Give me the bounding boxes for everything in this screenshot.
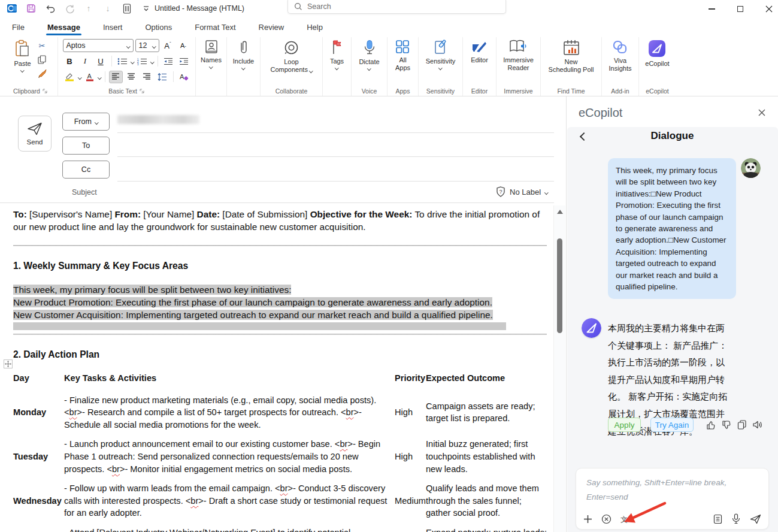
svg-text:A: A bbox=[87, 72, 92, 80]
cc-input[interactable] bbox=[117, 159, 554, 181]
read-aloud-icon[interactable] bbox=[752, 420, 762, 430]
align-right-button[interactable] bbox=[140, 71, 154, 83]
redo-icon[interactable] bbox=[63, 2, 75, 14]
bold-button[interactable]: B bbox=[63, 55, 77, 68]
line-spacing-button[interactable] bbox=[156, 71, 169, 83]
italic-button[interactable]: I bbox=[78, 55, 92, 68]
bullet-list-dropdown-icon[interactable] bbox=[131, 60, 134, 64]
bullet-list-button[interactable] bbox=[116, 55, 129, 68]
send-button[interactable]: Send bbox=[18, 116, 52, 152]
immersive-reader-button[interactable]: Immersive Reader bbox=[501, 38, 535, 73]
table-move-handle-icon[interactable] bbox=[4, 359, 13, 368]
add-attachment-icon[interactable] bbox=[583, 515, 592, 524]
clear-formatting-button[interactable]: A bbox=[177, 71, 191, 83]
ecopilot-panel: eCopilot Dialogue This week, my primary … bbox=[567, 96, 778, 532]
move-up-icon[interactable]: ↑ bbox=[83, 2, 95, 14]
font-size-select[interactable]: 12 bbox=[135, 39, 159, 52]
close-panel-icon[interactable] bbox=[758, 108, 768, 119]
paste-dropdown-icon[interactable] bbox=[20, 68, 24, 72]
highlight-dropdown-icon[interactable] bbox=[78, 75, 81, 79]
send-message-icon[interactable] bbox=[750, 514, 761, 524]
apply-button[interactable]: Apply bbox=[608, 418, 641, 432]
sensitivity-dropdown-icon[interactable] bbox=[438, 66, 442, 69]
close-window-button[interactable] bbox=[755, 0, 778, 18]
names-button[interactable]: Names bbox=[199, 38, 223, 69]
scrollbar-thumb[interactable] bbox=[557, 238, 562, 333]
svg-text:3: 3 bbox=[137, 63, 139, 65]
format-painter-button[interactable] bbox=[35, 67, 49, 80]
font-name-select[interactable]: Aptos bbox=[63, 39, 134, 52]
dictate-button[interactable]: Dictate bbox=[357, 38, 381, 71]
addin-group-label: Add-in bbox=[611, 87, 629, 95]
from-button[interactable]: From bbox=[62, 113, 110, 131]
subject-input[interactable] bbox=[117, 183, 477, 201]
body-scrollbar[interactable] bbox=[553, 205, 565, 532]
find-time-group-label: Find Time bbox=[557, 87, 585, 95]
dictate-dropdown-icon[interactable] bbox=[367, 66, 371, 70]
tab-options[interactable]: Options bbox=[144, 20, 173, 34]
scroll-up-arrow-icon[interactable] bbox=[557, 210, 563, 214]
copy-button[interactable] bbox=[35, 53, 49, 66]
include-dropdown-icon[interactable] bbox=[241, 66, 245, 69]
translate-icon[interactable]: 文A bbox=[620, 516, 631, 522]
cut-button[interactable]: ✂ bbox=[35, 40, 49, 52]
new-scheduling-poll-button[interactable]: New Scheduling Poll bbox=[547, 38, 596, 75]
from-address-redacted bbox=[117, 115, 199, 124]
try-again-button[interactable]: Try Again bbox=[650, 418, 694, 432]
touch-mode-icon[interactable] bbox=[121, 2, 133, 14]
clear-context-icon[interactable] bbox=[601, 514, 611, 524]
font-color-button[interactable]: A bbox=[83, 71, 96, 83]
copy-response-icon[interactable] bbox=[737, 420, 747, 430]
include-button[interactable]: Include bbox=[231, 38, 256, 71]
numbered-list-button[interactable]: 123 bbox=[135, 55, 149, 68]
text-highlight-button[interactable] bbox=[63, 71, 77, 83]
tab-file[interactable]: File bbox=[11, 20, 26, 34]
loop-dropdown-icon[interactable] bbox=[309, 69, 313, 72]
undo-icon[interactable] bbox=[44, 2, 56, 14]
tags-dropdown-icon[interactable] bbox=[335, 66, 338, 69]
message-body-editor[interactable]: To: [Supervisor's Name] From: [Your Name… bbox=[0, 207, 553, 532]
increase-indent-button[interactable] bbox=[177, 55, 191, 68]
ecopilot-button[interactable]: eCopilot bbox=[643, 38, 671, 69]
tags-button[interactable]: Tags bbox=[328, 38, 346, 71]
cc-button[interactable]: Cc bbox=[62, 161, 110, 179]
no-label-button[interactable]: ? No Label bbox=[496, 186, 548, 197]
customize-toolbar-icon[interactable] bbox=[140, 2, 152, 14]
basic-text-dialog-launcher-icon[interactable] bbox=[140, 89, 145, 94]
loop-components-button[interactable]: Loop Components bbox=[265, 38, 318, 75]
tab-insert[interactable]: Insert bbox=[102, 20, 124, 34]
move-down-icon[interactable]: ↓ bbox=[102, 2, 114, 14]
decrease-indent-button[interactable] bbox=[162, 55, 175, 68]
save-icon[interactable] bbox=[25, 2, 37, 14]
to-button[interactable]: To bbox=[62, 137, 110, 155]
underline-button[interactable]: U bbox=[94, 55, 108, 68]
all-apps-button[interactable]: All Apps bbox=[393, 38, 412, 73]
thumbs-up-icon[interactable] bbox=[706, 420, 716, 430]
paste-button[interactable]: Paste bbox=[12, 38, 32, 73]
voice-input-icon[interactable] bbox=[732, 513, 740, 524]
search-placeholder: Search bbox=[307, 2, 331, 11]
align-left-button[interactable] bbox=[109, 71, 123, 83]
font-color-dropdown-icon[interactable] bbox=[98, 75, 101, 79]
grow-font-button[interactable]: Aˆ bbox=[161, 40, 175, 52]
prompt-library-icon[interactable] bbox=[713, 514, 722, 524]
thumbs-down-icon[interactable] bbox=[722, 420, 732, 430]
tab-format-text[interactable]: Format Text bbox=[193, 20, 237, 34]
minimize-button[interactable] bbox=[698, 0, 725, 18]
align-center-button[interactable] bbox=[125, 71, 138, 83]
tab-help[interactable]: Help bbox=[305, 20, 324, 34]
tab-message[interactable]: Message bbox=[46, 20, 81, 34]
viva-insights-button[interactable]: Viva Insights bbox=[607, 38, 634, 74]
maximize-button[interactable] bbox=[726, 0, 754, 18]
chat-input-card[interactable]: Say something, Shift+Enter=line break, E… bbox=[576, 468, 769, 530]
editor-button[interactable]: Editor bbox=[469, 38, 490, 65]
clipboard-dialog-launcher-icon[interactable] bbox=[43, 89, 48, 94]
sensitivity-button[interactable]: Sensitivity bbox=[424, 38, 458, 71]
numbered-list-dropdown-icon[interactable] bbox=[150, 60, 154, 64]
shrink-font-button[interactable]: Aˇ bbox=[177, 40, 190, 52]
tab-review[interactable]: Review bbox=[258, 20, 286, 34]
names-dropdown-icon[interactable] bbox=[209, 65, 213, 68]
to-input[interactable] bbox=[117, 135, 554, 156]
address-book-icon bbox=[204, 40, 219, 54]
search-input[interactable]: Search bbox=[287, 0, 506, 14]
